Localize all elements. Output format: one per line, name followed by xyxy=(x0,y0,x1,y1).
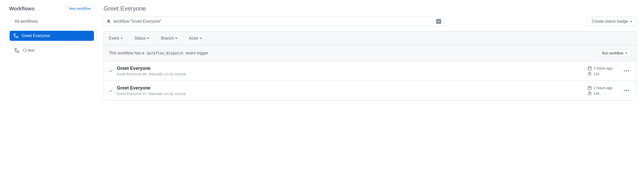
run-row[interactable]: Greet Everyone Greet Everyone #8: Manual… xyxy=(104,61,636,81)
run-time-text: 2 hours ago xyxy=(594,66,612,70)
run-time-text: 2 hours ago xyxy=(594,86,612,90)
dispatch-suffix: event trigger. xyxy=(185,51,209,55)
kebab-menu-icon[interactable]: ••• xyxy=(622,88,631,93)
dispatch-bar: This workflow has a workflow_dispatch ev… xyxy=(104,45,636,61)
sidebar-item-all-workflows[interactable]: All workflows xyxy=(8,17,96,26)
sidebar-header: Workflows New workflow xyxy=(8,5,96,12)
page-title: Greet Everyone xyxy=(104,5,636,12)
workflow-icon xyxy=(14,34,18,38)
button-label: Run workflow xyxy=(602,51,623,55)
sidebar-item-label: CI test xyxy=(23,48,34,53)
filter-label: Actor xyxy=(189,36,198,41)
sidebar-title: Workflows xyxy=(9,6,35,12)
sidebar-item-greet-everyone[interactable]: Greet Everyone xyxy=(10,31,94,41)
filter-actor[interactable]: Actor xyxy=(189,36,202,41)
chevron-down-icon xyxy=(147,38,149,39)
run-workflow-button[interactable]: Run workflow xyxy=(598,49,631,57)
workflow-icon xyxy=(15,48,19,53)
run-duration: 12s xyxy=(588,72,618,76)
run-time: 2 hours ago xyxy=(588,66,618,70)
filter-event[interactable]: Event xyxy=(109,36,123,41)
run-subtitle: Greet Everyone #7: Manually run by octoc… xyxy=(117,92,584,96)
filter-label: Event xyxy=(109,36,119,41)
dispatch-code: workflow_dispatch xyxy=(145,51,185,56)
kebab-menu-icon[interactable]: ••• xyxy=(622,68,631,74)
check-icon xyxy=(109,89,113,93)
new-workflow-button[interactable]: New workflow xyxy=(65,5,94,12)
main-content: Greet Everyone Create status badge Eve xyxy=(104,5,636,101)
stopwatch-icon xyxy=(588,91,592,95)
calendar-icon xyxy=(588,66,592,70)
search-input[interactable] xyxy=(113,19,434,24)
sidebar-item-label: Greet Everyone xyxy=(22,34,50,38)
run-time: 2 hours ago xyxy=(588,86,618,90)
chevron-down-icon xyxy=(630,21,632,22)
search-icon xyxy=(107,19,111,23)
run-info: Greet Everyone Greet Everyone #7: Manual… xyxy=(117,85,584,96)
search-row: Create status badge xyxy=(104,17,636,26)
run-duration: 14s xyxy=(588,91,618,95)
sidebar-nav: All workflows Greet Everyone CI test xyxy=(8,17,96,55)
clear-search-icon[interactable] xyxy=(436,19,441,24)
stopwatch-icon xyxy=(588,72,592,76)
chevron-down-icon xyxy=(121,38,123,39)
chevron-down-icon xyxy=(625,53,627,54)
filter-label: Branch xyxy=(161,36,174,41)
chevron-down-icon xyxy=(200,38,202,39)
run-row[interactable]: Greet Everyone Greet Everyone #7: Manual… xyxy=(104,81,636,100)
dispatch-text: This workflow has a workflow_dispatch ev… xyxy=(109,51,209,55)
filter-label: Status xyxy=(134,36,146,41)
chevron-down-icon xyxy=(175,38,177,39)
run-title: Greet Everyone xyxy=(117,85,584,91)
run-duration-text: 12s xyxy=(594,72,600,76)
check-icon xyxy=(109,69,113,73)
run-meta: 2 hours ago 14s xyxy=(588,86,618,95)
run-meta: 2 hours ago 12s xyxy=(588,66,618,76)
run-subtitle: Greet Everyone #8: Manually run by octoc… xyxy=(117,72,584,76)
search-box[interactable] xyxy=(104,17,444,26)
run-info: Greet Everyone Greet Everyone #8: Manual… xyxy=(117,66,584,76)
create-status-badge-button[interactable]: Create status badge xyxy=(587,17,636,26)
runs-panel: Event Status Branch Actor Thi xyxy=(104,31,636,101)
sidebar: Workflows New workflow All workflows Gre… xyxy=(8,5,96,101)
filter-status[interactable]: Status xyxy=(134,36,149,41)
run-title: Greet Everyone xyxy=(117,66,584,71)
dispatch-prefix: This workflow has a xyxy=(109,51,145,55)
run-duration-text: 14s xyxy=(594,91,600,95)
filter-bar: Event Status Branch Actor xyxy=(104,31,636,45)
calendar-icon xyxy=(588,86,592,90)
button-label: Create status badge xyxy=(592,19,628,24)
sidebar-item-highlight: Greet Everyone xyxy=(8,28,96,44)
filter-branch[interactable]: Branch xyxy=(161,36,177,41)
sidebar-item-ci-test[interactable]: CI test xyxy=(8,45,96,55)
